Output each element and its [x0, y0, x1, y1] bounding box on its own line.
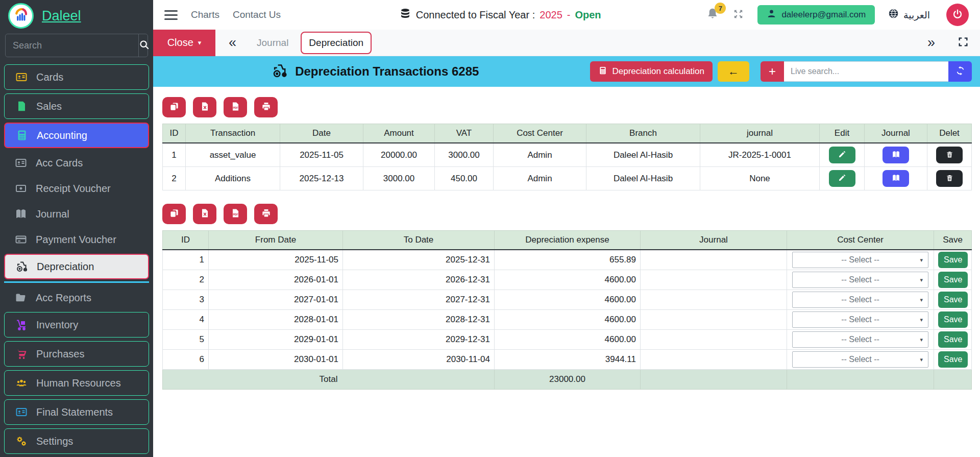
nav-link-charts[interactable]: Charts — [191, 9, 219, 20]
sidebar-item-label: Depreciation — [37, 261, 94, 273]
sidebar-item-human-resources[interactable]: Human Resources — [4, 370, 149, 396]
excel-export-button[interactable] — [193, 204, 216, 224]
brand-link[interactable]: Daleel — [42, 8, 81, 24]
sidebar-search-input[interactable] — [6, 34, 138, 57]
svg-text:PDF: PDF — [233, 213, 238, 216]
app-logo[interactable] — [8, 3, 34, 29]
column-header: Transaction — [186, 124, 280, 143]
chevron-double-right-icon[interactable]: » — [927, 36, 935, 50]
cost-center-select[interactable]: -- Select --▾ — [792, 292, 928, 308]
caret-down-icon: ▾ — [920, 277, 923, 283]
excel-export-button[interactable] — [193, 97, 216, 117]
caret-down-icon: ▾ — [198, 39, 202, 46]
print-button[interactable] — [254, 204, 278, 224]
chart-logo-icon — [13, 7, 29, 25]
user-icon — [767, 9, 776, 21]
sidebar-item-cards[interactable]: Cards — [4, 64, 149, 90]
close-dropdown-button[interactable]: Close ▾ — [153, 30, 215, 56]
sidebar-item-journal[interactable]: Journal — [4, 203, 149, 225]
excel-file-icon — [200, 208, 210, 220]
live-search-input[interactable] — [784, 61, 948, 82]
cell-id: 3 — [163, 290, 209, 310]
printer-icon — [261, 208, 271, 220]
sidebar-item-payment-voucher[interactable]: Payment Voucher — [4, 228, 149, 251]
sidebar-item-label: Receipt Voucher — [36, 183, 111, 195]
cell-amount: 20000.00 — [363, 143, 435, 167]
svg-text:$: $ — [20, 103, 23, 109]
table-row: 2 Additions 2025-12-13 3000.00 450.00 Ad… — [163, 167, 972, 190]
journal-button[interactable] — [883, 147, 909, 163]
sidebar-item-inventory[interactable]: Inventory — [4, 312, 149, 338]
caret-down-icon: ▾ — [920, 317, 923, 323]
delete-button[interactable] — [936, 170, 963, 187]
sidebar-item-sales[interactable]: $ Sales — [4, 93, 149, 119]
id-card-icon — [14, 156, 28, 170]
chevron-double-left-icon[interactable]: « — [229, 36, 236, 50]
cost-center-select[interactable]: -- Select --▾ — [792, 331, 928, 348]
sidebar-item-final-statements[interactable]: Final Statements — [4, 399, 149, 425]
save-button[interactable]: Save — [938, 292, 968, 308]
edit-button[interactable] — [829, 147, 855, 163]
save-button[interactable]: Save — [938, 311, 968, 328]
cell-journal — [641, 330, 787, 350]
pdf-export-button[interactable]: PDF — [224, 97, 247, 117]
select-placeholder: -- Select -- — [841, 335, 879, 344]
tractor-icon — [272, 63, 288, 81]
expand-arrows-icon[interactable] — [732, 8, 744, 22]
depreciation-calculation-button[interactable]: Depreciation calculation — [590, 61, 713, 82]
copy-button[interactable] — [162, 97, 186, 117]
sidebar-item-acc-cards[interactable]: Acc Cards — [4, 152, 149, 174]
sidebar-item-accounting[interactable]: Accounting — [4, 123, 149, 148]
sidebar-item-acc-reports[interactable]: Acc Reports — [4, 286, 149, 309]
nav-link-contact-us[interactable]: Contact Us — [233, 9, 281, 20]
table-row: 5 2029-01-01 2029-12-31 4600.00 -- Selec… — [163, 330, 972, 350]
tab-journal[interactable]: Journal — [250, 33, 296, 53]
cell-branch: Daleel Al-Hasib — [586, 167, 700, 190]
sidebar-item-receipt-voucher[interactable]: Receipt Voucher — [4, 177, 149, 200]
arrow-left-icon: ← — [728, 65, 739, 78]
live-search-group: + — [761, 61, 972, 82]
close-label: Close — [167, 37, 193, 49]
save-button[interactable]: Save — [938, 272, 968, 288]
save-button[interactable]: Save — [938, 252, 968, 268]
delete-button[interactable] — [936, 147, 963, 163]
save-button[interactable]: Save — [938, 351, 968, 368]
cost-center-select[interactable]: -- Select --▾ — [792, 311, 928, 328]
cost-center-select[interactable]: -- Select --▾ — [792, 351, 928, 368]
account-email: daleelerp@gmail.com — [781, 10, 866, 20]
language-switcher[interactable]: العربية — [888, 8, 930, 21]
refresh-button[interactable] — [948, 61, 972, 82]
cell-vat: 450.00 — [435, 167, 494, 190]
add-button[interactable]: + — [761, 61, 784, 82]
credit-card-icon — [14, 233, 28, 246]
page-title-group: Depreciation Transactions 6285 — [161, 63, 590, 81]
cell-from-date: 2025-11-05 — [209, 250, 343, 270]
sidebar-item-depreciation[interactable]: Depreciation — [4, 254, 149, 279]
pdf-export-button[interactable]: PDF — [224, 204, 247, 224]
hamburger-menu-icon[interactable] — [164, 10, 178, 20]
tab-depreciation[interactable]: Depreciation — [301, 32, 372, 54]
sidebar-item-purchases[interactable]: Purchases — [4, 341, 149, 367]
account-button[interactable]: daleelerp@gmail.com — [757, 5, 875, 25]
globe-icon — [888, 8, 899, 21]
back-button[interactable]: ← — [718, 61, 749, 82]
select-placeholder: -- Select -- — [841, 255, 879, 264]
notifications-button[interactable]: 7 — [706, 7, 719, 22]
cell-id: 2 — [163, 167, 186, 190]
sidebar-search-button[interactable] — [138, 34, 150, 57]
edit-button[interactable] — [829, 170, 855, 187]
logout-button[interactable] — [946, 4, 969, 26]
copy-button[interactable] — [162, 204, 186, 224]
fullscreen-icon[interactable] — [958, 36, 969, 50]
sidebar-item-label: Inventory — [36, 319, 78, 331]
cell-expense: 4600.00 — [495, 330, 641, 350]
cost-center-select[interactable]: -- Select --▾ — [792, 252, 928, 268]
top-navbar: Charts Contact Us Connected to Fiscal Ye… — [153, 0, 980, 30]
save-button[interactable]: Save — [938, 331, 968, 348]
sidebar-item-label: Settings — [36, 436, 73, 447]
sidebar-item-settings[interactable]: Settings — [4, 428, 149, 454]
print-button[interactable] — [254, 97, 278, 117]
folder-icon — [14, 291, 28, 304]
cost-center-select[interactable]: -- Select --▾ — [792, 272, 928, 288]
journal-button[interactable] — [883, 170, 909, 187]
